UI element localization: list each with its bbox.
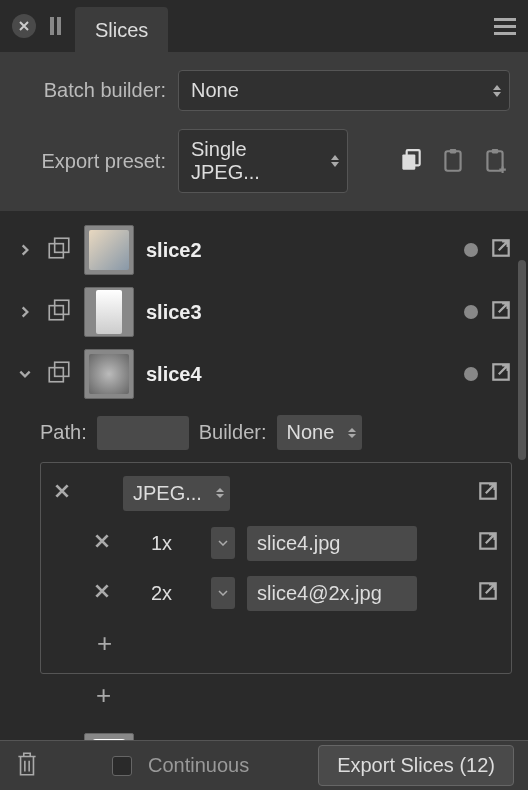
format-value: JPEG... <box>133 482 202 504</box>
pause-icon[interactable] <box>50 17 61 35</box>
slice-name: slice2 <box>146 239 452 262</box>
batch-builder-value: None <box>191 79 239 102</box>
remove-format-button[interactable] <box>53 482 71 504</box>
export-preset-label: Export preset: <box>18 150 166 173</box>
continuous-label: Continuous <box>148 754 249 777</box>
export-preset-value: Single JPEG... <box>191 138 317 184</box>
open-external-icon[interactable] <box>490 237 512 263</box>
svg-rect-4 <box>487 151 502 171</box>
builder-value: None <box>287 421 335 443</box>
remove-output-button[interactable] <box>93 532 111 554</box>
slice-row[interactable]: slice4 <box>0 343 528 405</box>
svg-rect-7 <box>55 238 69 252</box>
add-format-button[interactable]: + <box>96 680 512 711</box>
svg-rect-5 <box>492 149 499 153</box>
open-external-icon[interactable] <box>477 530 499 556</box>
open-external-icon[interactable] <box>477 480 499 506</box>
batch-builder-label: Batch builder: <box>18 79 166 102</box>
scale-label: 2x <box>151 582 199 605</box>
path-input[interactable] <box>97 416 189 450</box>
export-preset-select[interactable]: Single JPEG... <box>178 129 348 193</box>
preset-clipboard-icon[interactable] <box>438 146 468 176</box>
menu-button[interactable] <box>494 18 516 35</box>
svg-rect-6 <box>49 244 63 258</box>
slice-row[interactable]: slice2 <box>0 219 528 281</box>
filename-input[interactable] <box>247 576 417 611</box>
scale-dropdown[interactable] <box>211 577 235 609</box>
slice-name: slice3 <box>146 301 452 324</box>
open-external-icon[interactable] <box>477 580 499 606</box>
expand-chevron-icon[interactable] <box>16 243 34 257</box>
slice-thumbnail <box>84 349 134 399</box>
status-dot-icon <box>464 305 478 319</box>
svg-rect-2 <box>445 151 460 171</box>
svg-rect-3 <box>450 149 457 153</box>
scale-dropdown[interactable] <box>211 527 235 559</box>
svg-rect-0 <box>402 155 415 170</box>
close-button[interactable] <box>12 14 36 38</box>
collapse-chevron-icon[interactable] <box>16 367 34 381</box>
status-dot-icon <box>464 367 478 381</box>
svg-rect-9 <box>49 306 63 320</box>
builder-label: Builder: <box>199 421 267 444</box>
preset-copy-icon[interactable] <box>396 146 426 176</box>
stack-icon <box>46 359 72 389</box>
scale-label: 1x <box>151 532 199 555</box>
status-dot-icon <box>464 243 478 257</box>
svg-rect-10 <box>55 300 69 314</box>
scrollbar[interactable] <box>518 260 526 460</box>
format-select[interactable]: JPEG... <box>123 476 230 511</box>
remove-output-button[interactable] <box>93 582 111 604</box>
slice-thumbnail <box>84 287 134 337</box>
open-external-icon[interactable] <box>490 299 512 325</box>
svg-rect-13 <box>55 362 69 376</box>
builder-select[interactable]: None <box>277 415 363 450</box>
trash-button[interactable] <box>14 750 40 782</box>
slice-row[interactable]: slice3 <box>0 281 528 343</box>
stack-icon <box>46 297 72 327</box>
stack-icon <box>46 235 72 265</box>
continuous-checkbox[interactable] <box>112 756 132 776</box>
tab-slices[interactable]: Slices <box>75 7 168 54</box>
svg-rect-12 <box>49 368 63 382</box>
add-output-button[interactable]: + <box>97 628 112 659</box>
slice-name: slice4 <box>146 363 452 386</box>
slice-thumbnail <box>84 225 134 275</box>
export-slices-button[interactable]: Export Slices (12) <box>318 745 514 786</box>
open-external-icon[interactable] <box>490 361 512 387</box>
expand-chevron-icon[interactable] <box>16 305 34 319</box>
slice-row[interactable]: slice5 <box>0 727 528 740</box>
path-label: Path: <box>40 421 87 444</box>
filename-input[interactable] <box>247 526 417 561</box>
preset-clipboard-add-icon[interactable] <box>480 146 510 176</box>
batch-builder-select[interactable]: None <box>178 70 510 111</box>
slice-thumbnail <box>84 733 134 740</box>
